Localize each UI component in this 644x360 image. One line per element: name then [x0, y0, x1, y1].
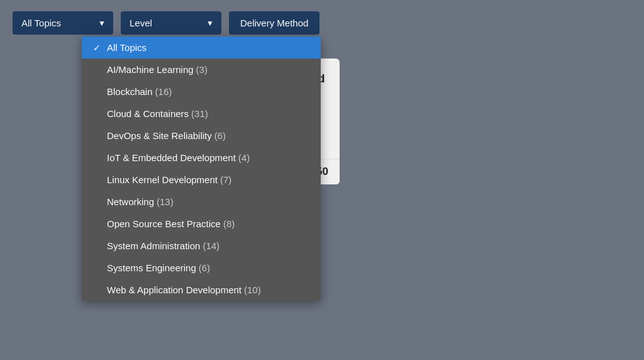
checkmark-icon: ✓ [93, 43, 103, 53]
dropdown-item-count: (10) [244, 284, 261, 295]
dropdown-item-count: (4) [238, 152, 250, 163]
dropdown-item-label: System Administration(14) [107, 240, 219, 251]
topic-select[interactable]: All Topics [13, 11, 113, 35]
dropdown-item-label: Cloud & Containers(31) [107, 108, 208, 119]
dropdown-item-devops[interactable]: DevOps & Site Reliability(6) [82, 125, 321, 147]
dropdown-item-iot[interactable]: IoT & Embedded Development(4) [82, 147, 321, 169]
dropdown-item-open-source[interactable]: Open Source Best Practice(8) [82, 213, 321, 235]
level-select[interactable]: Level [121, 11, 221, 35]
dropdown-item-count: (16) [155, 86, 172, 97]
dropdown-item-count: (7) [220, 174, 231, 185]
dropdown-item-count: (14) [203, 240, 219, 251]
dropdown-item-label: AI/Machine Learning(3) [107, 64, 208, 75]
topic-filter-wrapper[interactable]: All Topics ▼ [13, 11, 113, 35]
dropdown-item-count: (8) [223, 218, 235, 229]
dropdown-item-networking[interactable]: Networking(13) [82, 191, 321, 213]
dropdown-item-count: (6) [214, 130, 226, 141]
dropdown-item-count: (3) [196, 64, 208, 75]
dropdown-item-label: All Topics [107, 42, 147, 53]
dropdown-item-count: (6) [199, 262, 210, 273]
dropdown-item-linux-kernel[interactable]: Linux Kernel Development(7) [82, 169, 321, 191]
dropdown-item-count: (13) [157, 196, 174, 207]
dropdown-item-label: IoT & Embedded Development(4) [107, 152, 250, 163]
dropdown-item-cloud-containers[interactable]: Cloud & Containers(31) [82, 103, 321, 125]
dropdown-item-blockchain[interactable]: Blockchain(16) [82, 81, 321, 103]
dropdown-item-label: Open Source Best Practice(8) [107, 218, 235, 229]
dropdown-item-label: Web & Application Development(10) [107, 284, 261, 295]
dropdown-item-sysadmin[interactable]: System Administration(14) [82, 235, 321, 257]
delivery-method-button[interactable]: Delivery Method [229, 11, 319, 35]
topics-dropdown: ✓All TopicsAI/Machine Learning(3)Blockch… [82, 37, 321, 301]
dropdown-item-label: Networking(13) [107, 196, 174, 207]
dropdown-item-label: Systems Engineering(6) [107, 262, 210, 273]
dropdown-item-label: DevOps & Site Reliability(6) [107, 130, 226, 141]
dropdown-item-label: Linux Kernel Development(7) [107, 174, 231, 185]
dropdown-item-systems-eng[interactable]: Systems Engineering(6) [82, 257, 321, 279]
dropdown-item-all-topics[interactable]: ✓All Topics [82, 37, 321, 59]
dropdown-item-web-app[interactable]: Web & Application Development(10) [82, 279, 321, 301]
dropdown-item-label: Blockchain(16) [107, 86, 172, 97]
dropdown-item-ai-ml[interactable]: AI/Machine Learning(3) [82, 59, 321, 81]
level-filter-wrapper[interactable]: Level ▼ [121, 11, 221, 35]
dropdown-item-count: (31) [191, 108, 208, 119]
